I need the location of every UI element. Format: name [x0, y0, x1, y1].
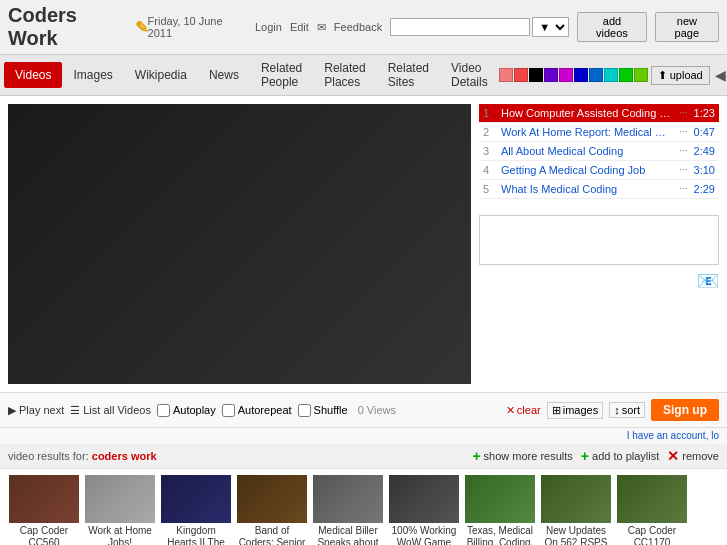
autorepeat-input[interactable] — [222, 404, 235, 417]
thumbnail-item[interactable]: Medical Biller Speaks about 1:14 — [312, 475, 384, 545]
thumbnail-item[interactable]: New Updates On 562 RSPS 7:35 — [540, 475, 612, 545]
playlist-item[interactable]: 3 All About Medical Coding ··· 2:49 — [479, 142, 719, 161]
plus-icon: + — [472, 448, 480, 464]
shuffle-input[interactable] — [298, 404, 311, 417]
results-bar: video results for: coders work + show mo… — [0, 444, 727, 469]
results-label: video results for: — [8, 450, 89, 462]
playlist-num: 2 — [483, 126, 497, 138]
feedback-icon: ✉ — [317, 21, 326, 34]
playlist-panel: 1 How Computer Assisted Coding Chang... … — [479, 104, 719, 384]
thumbnails-row: Cap Coder CC560 1:44 Work at Home Jobs! … — [0, 469, 727, 545]
thumbnail-item[interactable]: 100% Working WoW Game Card 0:41 — [388, 475, 460, 545]
swatch-8[interactable] — [604, 68, 618, 82]
new-page-button[interactable]: new page — [655, 12, 719, 42]
swatch-6[interactable] — [574, 68, 588, 82]
playlist-num: 4 — [483, 164, 497, 176]
swatch-2[interactable] — [514, 68, 528, 82]
tab-related-places[interactable]: Related Places — [313, 55, 376, 95]
date-display: Friday, 10 June 2011 — [148, 15, 247, 39]
autoplay-checkbox[interactable]: Autoplay — [157, 404, 216, 417]
media-rewind-icon[interactable]: ◀◀ — [713, 67, 727, 83]
playlist-item[interactable]: 4 Getting A Medical Coding Job ··· 3:10 — [479, 161, 719, 180]
swatch-7[interactable] — [589, 68, 603, 82]
header-right: Friday, 10 June 2011 Login Edit ✉ Feedba… — [148, 12, 719, 42]
playlist-item[interactable]: 1 How Computer Assisted Coding Chang... … — [479, 104, 719, 123]
thumb-image — [541, 475, 611, 523]
list-all-videos-button[interactable]: ☰ List all Videos — [70, 404, 151, 417]
search-box: ▼ — [390, 17, 569, 37]
playlist-dots: ··· — [677, 126, 689, 137]
swatch-1[interactable] — [499, 68, 513, 82]
images-button[interactable]: ⊞ images — [547, 402, 603, 419]
swatch-4[interactable] — [544, 68, 558, 82]
playlist-title: Getting A Medical Coding Job — [501, 164, 673, 176]
thumbnail-item[interactable]: Kingdom Hearts II The World That 7:07 — [160, 475, 232, 545]
thumbnail-item[interactable]: Work at Home Jobs! 1:05 — [84, 475, 156, 545]
signup-button[interactable]: Sign up — [651, 399, 719, 421]
thumbnail-item[interactable]: Texas, Medical Billing, Coding, 2:25 — [464, 475, 536, 545]
video-screen — [8, 104, 471, 384]
edit-link[interactable]: Edit — [290, 21, 309, 33]
playlist-time: 3:10 — [694, 164, 715, 176]
thumb-label: Band of Coders: Senior .net — [237, 525, 307, 545]
playlist-title: How Computer Assisted Coding Chang... — [501, 107, 673, 119]
show-more-button[interactable]: + show more results — [472, 448, 572, 464]
pencil-icon[interactable]: ✎ — [135, 18, 148, 37]
autoplay-input[interactable] — [157, 404, 170, 417]
video-player[interactable] — [8, 104, 471, 384]
logo: Coders Work ✎ — [8, 4, 148, 50]
feedback-link[interactable]: Feedback — [334, 21, 382, 33]
playlist-title: What Is Medical Coding — [501, 183, 673, 195]
play-next-button[interactable]: ▶ Play next — [8, 404, 64, 417]
login-link[interactable]: Login — [255, 21, 282, 33]
playlist-time: 0:47 — [694, 126, 715, 138]
tab-related-people[interactable]: Related People — [250, 55, 313, 95]
clear-icon: ✕ — [506, 404, 515, 417]
thumb-label: New Updates On 562 RSPS — [541, 525, 611, 545]
upload-button[interactable]: ⬆ upload — [651, 66, 710, 85]
thumb-label: 100% Working WoW Game Card — [389, 525, 459, 545]
upload-icon: ⬆ — [658, 69, 667, 82]
search-dropdown[interactable]: ▼ — [532, 17, 569, 37]
thumb-label: Texas, Medical Billing, Coding, — [465, 525, 535, 545]
thumb-image — [389, 475, 459, 523]
remove-button[interactable]: ✕ remove — [667, 448, 719, 464]
play-next-icon: ▶ — [8, 404, 16, 417]
comment-input[interactable] — [479, 215, 719, 265]
playlist-item[interactable]: 5 What Is Medical Coding ··· 2:29 — [479, 180, 719, 199]
tab-news[interactable]: News — [198, 62, 250, 88]
send-icon: 📧 — [697, 271, 719, 291]
account-link[interactable]: I have an account, lo — [627, 430, 719, 441]
search-input[interactable] — [390, 18, 530, 36]
add-to-playlist-button[interactable]: + add to playlist — [581, 448, 659, 464]
sort-button[interactable]: ↕ sort — [609, 402, 645, 418]
swatch-5[interactable] — [559, 68, 573, 82]
playlist-item[interactable]: 2 Work At Home Report: Medical Coding ..… — [479, 123, 719, 142]
thumb-label: Work at Home Jobs! — [85, 525, 155, 545]
thumbnail-item[interactable]: Cap Coder CC560 1:44 — [8, 475, 80, 545]
tab-videos[interactable]: Videos — [4, 62, 62, 88]
swatch-3[interactable] — [529, 68, 543, 82]
remove-icon: ✕ — [667, 448, 679, 464]
tab-wikipedia[interactable]: Wikipedia — [124, 62, 198, 88]
swatch-10[interactable] — [634, 68, 648, 82]
tab-video-details[interactable]: Video Details — [440, 55, 499, 95]
playlist-dots: ··· — [677, 183, 689, 194]
tab-images[interactable]: Images — [62, 62, 123, 88]
playlist-time: 2:29 — [694, 183, 715, 195]
autorepeat-checkbox[interactable]: Autorepeat — [222, 404, 292, 417]
playlist-num: 3 — [483, 145, 497, 157]
color-swatches — [499, 68, 648, 82]
swatch-9[interactable] — [619, 68, 633, 82]
results-query: coders work — [92, 450, 157, 462]
playlist-time: 2:49 — [694, 145, 715, 157]
tab-related-sites[interactable]: Related Sites — [377, 55, 440, 95]
clear-button[interactable]: ✕ clear — [506, 404, 541, 417]
shuffle-checkbox[interactable]: Shuffle — [298, 404, 348, 417]
thumbnail-item[interactable]: Cap Coder CC1170 1:06 — [616, 475, 688, 545]
thumbnail-item[interactable]: Band of Coders: Senior .net 3:17 — [236, 475, 308, 545]
add-videos-button[interactable]: add videos — [577, 12, 647, 42]
images-icon: ⊞ — [552, 404, 561, 417]
thumb-image — [465, 475, 535, 523]
main-content: 1 How Computer Assisted Coding Chang... … — [0, 96, 727, 392]
